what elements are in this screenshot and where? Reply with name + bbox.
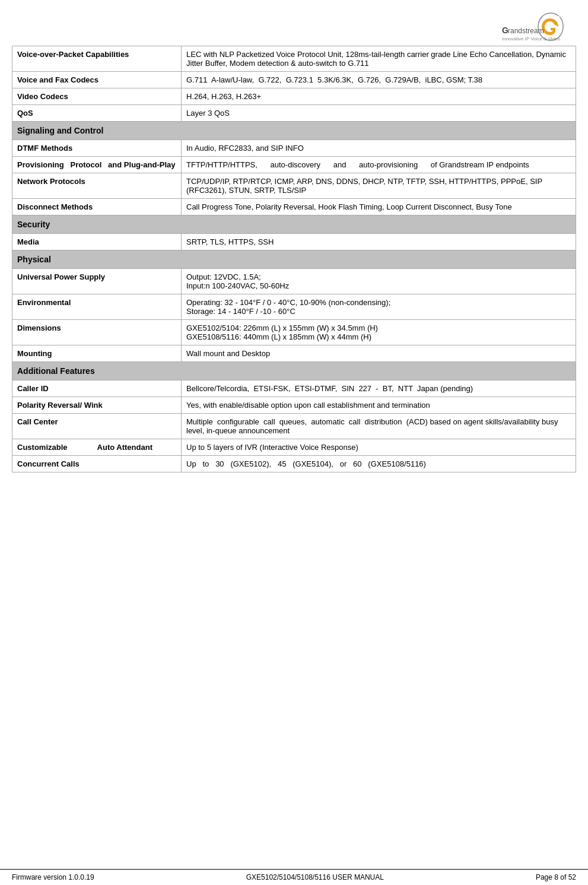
row-value: Up to 5 layers of IVR (Interactive Voice… (182, 439, 576, 456)
section-header-cell: Additional Features (12, 362, 576, 380)
table-row: EnvironmentalOperating: 32 - 104°F / 0 -… (12, 294, 576, 320)
footer-center: GXE5102/5104/5108/5116 USER MANUAL (246, 873, 384, 881)
row-value: Yes, with enable/disable option upon cal… (182, 397, 576, 414)
section-header-cell: Security (12, 215, 576, 234)
spec-table: Voice-over-Packet CapabilitiesLEC with N… (12, 46, 576, 472)
table-row: Voice-over-Packet CapabilitiesLEC with N… (12, 46, 576, 72)
row-label: Mounting (12, 345, 182, 362)
section-header-row: Signaling and Control (12, 122, 576, 140)
table-row: Customizable Auto AttendantUp to 5 layer… (12, 439, 576, 456)
row-label: Customizable Auto Attendant (12, 439, 182, 456)
row-value: Call Progress Tone, Polarity Reversal, H… (182, 199, 576, 215)
section-header-row: Security (12, 215, 576, 234)
row-value: SRTP, TLS, HTTPS, SSH (182, 234, 576, 250)
table-row: Provisioning Protocol and Plug-and-PlayT… (12, 157, 576, 173)
row-label: Network Protocols (12, 173, 182, 199)
row-label: Environmental (12, 294, 182, 320)
row-label: Dimensions (12, 320, 182, 345)
table-row: Caller IDBellcore/Telcordia, ETSI-FSK, E… (12, 380, 576, 397)
row-value: LEC with NLP Packetized Voice Protocol U… (182, 46, 576, 72)
svg-text:randstream: randstream (508, 27, 544, 35)
table-row: QoSLayer 3 QoS (12, 105, 576, 122)
section-header-row: Physical (12, 250, 576, 269)
footer-left: Firmware version 1.0.0.19 (12, 873, 94, 881)
row-label: Polarity Reversal/ Wink (12, 397, 182, 414)
row-label: Caller ID (12, 380, 182, 397)
table-row: MountingWall mount and Desktop (12, 345, 576, 362)
row-value: TCP/UDP/IP, RTP/RTCP, ICMP, ARP, DNS, DD… (182, 173, 576, 199)
section-header-cell: Physical (12, 250, 576, 269)
row-value: TFTP/HTTP/HTTPS, auto-discovery and auto… (182, 157, 576, 173)
row-value: Operating: 32 - 104°F / 0 - 40°C, 10-90%… (182, 294, 576, 320)
row-value: Output: 12VDC, 1.5A; Input:n 100-240VAC,… (182, 269, 576, 294)
section-header-row: Additional Features (12, 362, 576, 380)
grandstream-logo: G randstream Innovative IP Voice & Video (499, 11, 576, 43)
table-row: DimensionsGXE5102/5104: 226mm (L) x 155m… (12, 320, 576, 345)
row-value: G.711 A-law/U-law, G.722, G.723.1 5.3K/6… (182, 72, 576, 88)
table-row: MediaSRTP, TLS, HTTPS, SSH (12, 234, 576, 250)
row-label: DTMF Methods (12, 140, 182, 157)
table-row: Disconnect MethodsCall Progress Tone, Po… (12, 199, 576, 215)
row-value: Bellcore/Telcordia, ETSI-FSK, ETSI-DTMF,… (182, 380, 576, 397)
row-value: GXE5102/5104: 226mm (L) x 155mm (W) x 34… (182, 320, 576, 345)
table-row: Voice and Fax CodecsG.711 A-law/U-law, G… (12, 72, 576, 88)
row-value: In Audio, RFC2833, and SIP INFO (182, 140, 576, 157)
row-label: Universal Power Supply (12, 269, 182, 294)
table-row: Concurrent CallsUp to 30 (GXE5102), 45 (… (12, 456, 576, 472)
row-label: Call Center (12, 414, 182, 439)
table-row: Network ProtocolsTCP/UDP/IP, RTP/RTCP, I… (12, 173, 576, 199)
logo-box: G randstream Innovative IP Voice & Video (499, 11, 576, 43)
table-row: Video CodecsH.264, H.263, H.263+ (12, 88, 576, 105)
row-label: Concurrent Calls (12, 456, 182, 472)
row-label: Provisioning Protocol and Plug-and-Play (12, 157, 182, 173)
row-label: Media (12, 234, 182, 250)
row-value: Layer 3 QoS (182, 105, 576, 122)
table-row: DTMF MethodsIn Audio, RFC2833, and SIP I… (12, 140, 576, 157)
table-row: Call CenterMultiple configurable call qu… (12, 414, 576, 439)
row-value: Wall mount and Desktop (182, 345, 576, 362)
logo-area: G randstream Innovative IP Voice & Video (12, 6, 576, 46)
table-row: Universal Power SupplyOutput: 12VDC, 1.5… (12, 269, 576, 294)
footer-right: Page 8 of 52 (536, 873, 576, 881)
footer: Firmware version 1.0.0.19 GXE5102/5104/5… (0, 869, 588, 885)
row-label: Video Codecs (12, 88, 182, 105)
row-value: H.264, H.263, H.263+ (182, 88, 576, 105)
row-label: Voice-over-Packet Capabilities (12, 46, 182, 72)
svg-text:Innovative IP Voice & Video: Innovative IP Voice & Video (502, 36, 561, 42)
section-header-cell: Signaling and Control (12, 122, 576, 140)
table-row: Polarity Reversal/ WinkYes, with enable/… (12, 397, 576, 414)
row-label: Voice and Fax Codecs (12, 72, 182, 88)
row-value: Multiple configurable call queues, autom… (182, 414, 576, 439)
row-label: QoS (12, 105, 182, 122)
row-value: Up to 30 (GXE5102), 45 (GXE5104), or 60 … (182, 456, 576, 472)
page-container: G randstream Innovative IP Voice & Video… (0, 0, 588, 496)
row-label: Disconnect Methods (12, 199, 182, 215)
